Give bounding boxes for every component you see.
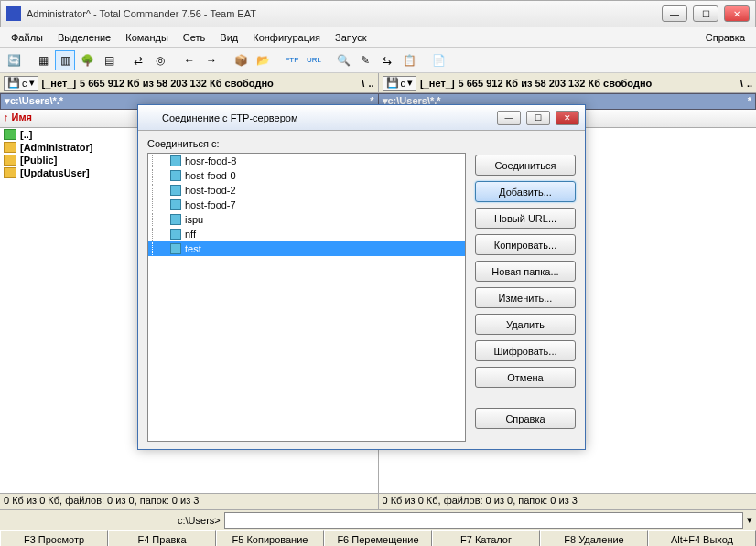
up-button-left[interactable]: .. [368, 78, 373, 89]
dialog-close-button[interactable]: ✕ [556, 111, 579, 125]
delete-button[interactable]: Удалить [475, 314, 576, 335]
connection-list[interactable]: hosr-food-8 host-food-0 host-food-2 host… [147, 153, 466, 442]
swap-icon[interactable]: ⇄ [128, 50, 148, 70]
fkey-bar: F3 Просмотр F4 Правка F5 Копирование F6 … [0, 530, 756, 546]
up-button-right[interactable]: .. [747, 78, 752, 89]
ftp-site-icon [170, 185, 181, 196]
menu-config[interactable]: Конфигурация [245, 29, 328, 46]
list-item[interactable]: ispu [148, 212, 465, 227]
connect-button[interactable]: Соединиться [475, 155, 576, 176]
f8-button[interactable]: F8 Удаление [540, 530, 648, 546]
up-icon [4, 129, 16, 140]
pack-icon[interactable]: 📦 [231, 50, 251, 70]
edit-button[interactable]: Изменить... [475, 287, 576, 308]
status-bar: 0 Кб из 0 Кб, файлов: 0 из 0, папок: 0 и… [0, 494, 756, 510]
dialog-title: Соединение с FTP-сервером [162, 112, 491, 123]
drive-bar-left: 💾 c ▾ [_нет_] 5 665 912 Кб из 58 203 132… [0, 73, 379, 92]
unpack-icon[interactable]: 📂 [253, 50, 273, 70]
list-item-selected[interactable]: test [148, 241, 465, 256]
menubar: Файлы Выделение Команды Сеть Вид Конфигу… [0, 27, 756, 48]
menu-files[interactable]: Файлы [4, 29, 50, 46]
ftp-site-icon [170, 229, 181, 240]
minimize-button[interactable]: — [662, 5, 687, 22]
back-icon[interactable]: ← [179, 50, 200, 70]
f5-button[interactable]: F5 Копирование [216, 530, 324, 546]
root-button-right[interactable]: \ [740, 78, 743, 89]
maximize-button[interactable]: ☐ [693, 5, 718, 22]
drive-bar-right: 💾 c ▾ [_нет_] 5 665 912 Кб из 58 203 132… [379, 73, 757, 92]
ftp-site-icon [170, 155, 181, 166]
close-button[interactable]: ✕ [724, 5, 750, 22]
dialog-minimize-button[interactable]: — [497, 111, 521, 125]
altf4-button[interactable]: Alt+F4 Выход [648, 530, 756, 546]
f7-button[interactable]: F7 Каталог [432, 530, 540, 546]
encrypt-button[interactable]: Шифровать... [475, 340, 576, 361]
multirename-icon[interactable]: ✎ [355, 50, 375, 70]
forward-icon[interactable]: → [201, 50, 221, 70]
target-icon[interactable]: ◎ [150, 50, 170, 70]
view-tree-icon[interactable]: 🌳 [77, 50, 97, 70]
newfolder-button[interactable]: Новая папка... [475, 261, 576, 282]
view-full-icon[interactable]: ▥ [55, 50, 75, 70]
view-brief-icon[interactable]: ▦ [33, 50, 53, 70]
ftp-site-icon [170, 170, 181, 181]
copy-button[interactable]: Копировать... [475, 234, 576, 255]
drive-label-right: [_нет_] [420, 78, 455, 89]
refresh-icon[interactable]: 🔄 [4, 50, 24, 70]
f3-button[interactable]: F3 Просмотр [0, 530, 108, 546]
f6-button[interactable]: F6 Перемещение [324, 530, 432, 546]
search-icon[interactable]: 🔍 [333, 50, 353, 70]
app-icon [6, 6, 21, 21]
main-titlebar: Administrator^ - Total Commander 7.56 - … [0, 0, 756, 27]
menu-view[interactable]: Вид [212, 29, 245, 46]
command-input[interactable] [224, 512, 743, 529]
folder-icon [4, 167, 16, 178]
command-bar: c:\Users> ▾ [0, 510, 756, 530]
ftp-site-icon [170, 214, 181, 225]
dialog-maximize-button[interactable]: ☐ [526, 111, 550, 125]
newurl-button[interactable]: Новый URL... [475, 208, 576, 229]
ftp-dialog: Соединение с FTP-сервером — ☐ ✕ Соединит… [137, 104, 586, 450]
cmd-prompt: c:\Users> [178, 515, 221, 526]
list-item[interactable]: host-food-0 [148, 168, 465, 183]
dialog-titlebar: Соединение с FTP-сервером — ☐ ✕ [138, 105, 585, 131]
list-item[interactable]: host-food-7 [148, 198, 465, 212]
menu-selection[interactable]: Выделение [50, 29, 118, 46]
dialog-left: Соединиться с: hosr-food-8 host-food-0 h… [147, 138, 466, 442]
menu-launch[interactable]: Запуск [328, 29, 373, 46]
copy-names-icon[interactable]: 📋 [399, 50, 419, 70]
add-button[interactable]: Добавить... [475, 181, 576, 202]
drive-info-left: 5 665 912 Кб из 58 203 132 Кб свободно [80, 78, 274, 89]
ftp-icon[interactable]: FTP [282, 50, 302, 70]
connect-label: Соединиться с: [147, 138, 466, 149]
list-item[interactable]: nff [148, 227, 465, 241]
toolbar: 🔄 ▦ ▥ 🌳 ▤ ⇄ ◎ ← → 📦 📂 FTP URL 🔍 ✎ ⇆ 📋 📄 [0, 48, 756, 73]
help-button[interactable]: Справка [475, 408, 576, 429]
status-left: 0 Кб из 0 Кб, файлов: 0 из 0, папок: 0 и… [0, 494, 379, 509]
ftp-site-icon [170, 199, 181, 210]
cancel-button[interactable]: Отмена [475, 367, 576, 388]
dialog-buttons: Соединиться Добавить... Новый URL... Коп… [475, 138, 576, 442]
drive-label-left: [_нет_] [42, 78, 77, 89]
drive-bar: 💾 c ▾ [_нет_] 5 665 912 Кб из 58 203 132… [0, 73, 756, 93]
url-icon[interactable]: URL [304, 50, 324, 70]
menu-help[interactable]: Справка [698, 29, 752, 46]
menu-commands[interactable]: Команды [118, 29, 176, 46]
save-icon [144, 112, 157, 124]
folder-icon [4, 142, 16, 153]
notepad-icon[interactable]: 📄 [428, 50, 448, 70]
dialog-body: Соединиться с: hosr-food-8 host-food-0 h… [138, 131, 585, 449]
view-thumb-icon[interactable]: ▤ [99, 50, 119, 70]
list-item[interactable]: host-food-2 [148, 183, 465, 198]
cmd-dropdown-icon[interactable]: ▾ [747, 514, 752, 526]
drive-select-right[interactable]: 💾 c ▾ [383, 76, 417, 91]
list-item[interactable]: hosr-food-8 [148, 154, 465, 168]
drive-info-right: 5 665 912 Кб из 58 203 132 Кб свободно [459, 78, 653, 89]
sync-icon[interactable]: ⇆ [377, 50, 397, 70]
drive-select-left[interactable]: 💾 c ▾ [4, 76, 38, 91]
ftp-site-icon [170, 243, 181, 254]
root-button-left[interactable]: \ [362, 78, 364, 89]
f4-button[interactable]: F4 Правка [108, 530, 216, 546]
menu-net[interactable]: Сеть [176, 29, 212, 46]
status-right: 0 Кб из 0 Кб, файлов: 0 из 0, папок: 0 и… [379, 494, 757, 509]
